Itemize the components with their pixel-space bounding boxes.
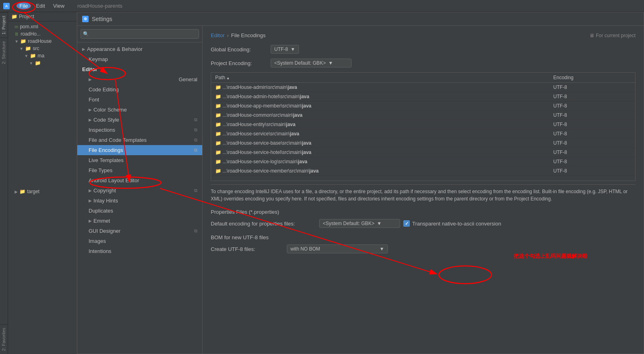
nav-item-android-layout-editor[interactable]: Android Layout Editor: [77, 175, 202, 185]
table-cell-path: 📁 ...\roadHouse-service-base\src\main\ja…: [211, 139, 549, 148]
folder-blue-icon: 📁: [215, 112, 221, 118]
transparent-checkbox-label: Transparent native-to-ascii conversion: [412, 221, 501, 227]
project-encoding-dropdown[interactable]: <System Default: GBK> ▼: [271, 59, 352, 67]
table-row[interactable]: 📁 ...\roadHouse-service-member\src\main\…: [211, 166, 635, 176]
nav-label: File Encodings: [89, 147, 123, 153]
dropdown-arrow: ▼: [328, 60, 333, 66]
nav-item-inlay-hints[interactable]: ▶ Inlay Hints: [77, 196, 202, 206]
nav-item-duplicates[interactable]: Duplicates: [77, 206, 202, 216]
for-current-project-label: For current project: [596, 33, 636, 38]
dialog-title-bar: ⚙ Settings: [77, 13, 644, 26]
table-row[interactable]: 📁 ...\roadHouse-common\src\main\java UTF…: [211, 111, 635, 120]
default-encoding-value: <System Default: GBK>: [323, 221, 374, 226]
folder-blue-icon: 📁: [215, 94, 221, 99]
bom-create-row: Create UTF-8 files: with NO BOM ▼: [211, 244, 636, 253]
settings-search-input[interactable]: [80, 29, 199, 39]
nav-item-editor[interactable]: Editor: [77, 64, 202, 74]
bom-create-label: Create UTF-8 files:: [211, 246, 284, 252]
folder-blue-icon: 📁: [215, 103, 221, 109]
pom-file-icon: m: [15, 24, 18, 29]
tree-item-label: roadHouse: [28, 38, 52, 44]
nav-item-file-encodings[interactable]: File Encodings ⧉: [77, 145, 202, 155]
nav-label: Inlay Hints: [93, 198, 118, 204]
folder-blue-icon: 📁: [215, 150, 221, 155]
nav-item-color-scheme[interactable]: ▶ Color Scheme: [77, 105, 202, 115]
table-row[interactable]: 📁 ...\roadHouse-service-base\src\main\ja…: [211, 139, 635, 148]
table-cell-path: 📁 ...\roadHouse-service-hotel\src\main\j…: [211, 148, 549, 157]
folder-icon: 📁: [20, 38, 26, 44]
transparent-checkbox-row: Transparent native-to-ascii conversion: [403, 220, 501, 227]
table-cell-path: 📁 ...\roadHouse-service-log\src\main\jav…: [211, 157, 549, 166]
properties-section: Properties Files (*.properties) Default …: [211, 209, 636, 228]
col-encoding[interactable]: Encoding: [549, 73, 635, 83]
nav-item-appearance[interactable]: ▶ Appearance & Behavior: [77, 44, 202, 54]
nav-item-file-types[interactable]: File Types: [77, 165, 202, 175]
nav-item-intentions[interactable]: Intentions: [77, 246, 202, 256]
global-encoding-dropdown[interactable]: UTF-8 ▼: [271, 45, 299, 54]
nav-item-code-style[interactable]: ▶ Code Style ⧉: [77, 115, 202, 125]
nav-arrow-general: ▶: [89, 77, 92, 82]
nav-item-font[interactable]: Font: [77, 95, 202, 105]
nav-label: Live Templates: [89, 157, 123, 163]
table-cell-encoding: UTF-8: [549, 92, 635, 101]
dialog-title: Settings: [92, 16, 112, 22]
project-encoding-row: Project Encoding: <System Default: GBK> …: [211, 59, 636, 67]
folder-blue-icon: 📁: [215, 159, 221, 164]
table-row[interactable]: 📁 ...\roadHouse-service\src\main\java UT…: [211, 129, 635, 139]
table-row[interactable]: 📁 ...\roadHouse-admin\src\main\java UTF-…: [211, 83, 635, 92]
nav-label: GUI Designer: [89, 228, 121, 234]
window-title: roadHouse-parents: [77, 3, 122, 9]
folder-blue-icon: 📁: [215, 84, 221, 90]
folder-blue-icon: 📁: [215, 131, 221, 137]
folder-icon: 📁: [35, 60, 41, 66]
tab-structure[interactable]: 2: Structure: [0, 38, 8, 67]
nav-item-emmet[interactable]: ▶ Emmet: [77, 216, 202, 226]
folder-blue-icon: 📁: [215, 122, 221, 127]
nav-item-keymap[interactable]: Keymap: [77, 54, 202, 64]
table-cell-path: 📁 ...\roadHouse-entity\src\main\java: [211, 120, 549, 129]
nav-item-code-editing[interactable]: Code Editing: [77, 84, 202, 95]
main-layout: 1: Project 2: Structure 2: Favorites 📁 P…: [0, 12, 644, 354]
nav-item-gui-designer[interactable]: GUI Designer ⧉: [77, 226, 202, 236]
nav-item-inspections[interactable]: Inspections ⧉: [77, 125, 202, 135]
table-cell-path: 📁 ...\roadHouse-service-member\src\main\…: [211, 166, 549, 176]
tab-favorites[interactable]: 2: Favorites: [0, 324, 8, 354]
nav-item-images[interactable]: Images: [77, 236, 202, 246]
bom-create-dropdown[interactable]: with NO BOM ▼: [287, 244, 388, 253]
transparent-checkbox[interactable]: [403, 220, 410, 227]
nav-label: File and Code Templates: [89, 137, 147, 143]
nav-item-file-code-templates[interactable]: File and Code Templates ⧉: [77, 135, 202, 145]
nav-arrow: ▶: [89, 118, 92, 122]
project-encoding-label: Project Encoding:: [211, 60, 267, 66]
project-encoding-value: <System Default: GBK>: [274, 60, 326, 66]
menu-view[interactable]: View: [50, 2, 68, 10]
table-row[interactable]: 📁 ...\roadHouse-service-log\src\main\jav…: [211, 157, 635, 166]
chevron-icon: ▶: [15, 190, 18, 194]
nav-item-general[interactable]: ▶ General: [77, 74, 202, 84]
nav-label: Code Editing: [89, 86, 119, 93]
default-encoding-dropdown[interactable]: <System Default: GBK> ▼: [319, 219, 400, 228]
nav-item-live-templates[interactable]: Live Templates: [77, 155, 202, 165]
table-row[interactable]: 📁 ...\roadHouse-service-hotel\src\main\j…: [211, 148, 635, 157]
folder-icon: 📁: [19, 189, 25, 194]
copy-icon: ⧉: [194, 117, 197, 122]
folder-blue-icon: 📁: [215, 168, 221, 174]
table-row[interactable]: 📁 ...\roadHouse-admin-hotel\src\main\jav…: [211, 92, 635, 101]
nav-label: Editor: [82, 66, 97, 72]
copy-icon: ⧉: [194, 137, 197, 143]
encoding-table: Path Encoding 📁 ...\roadHouse-admin\src\…: [211, 73, 635, 176]
tab-project[interactable]: 1: Project: [0, 12, 8, 38]
table-cell-encoding: UTF-8: [549, 120, 635, 129]
for-current-project-link[interactable]: 🖥 For current project: [589, 33, 636, 38]
dropdown-arrow: ▼: [377, 221, 381, 226]
bom-create-value: with NO BOM: [290, 246, 320, 252]
breadcrumb-parent[interactable]: Editor: [211, 32, 225, 38]
table-row[interactable]: 📁 ...\roadHouse-entity\src\main\java UTF…: [211, 120, 635, 129]
menu-edit[interactable]: Edit: [33, 2, 48, 10]
table-row[interactable]: 📁 ...\roadHouse-app-member\src\main\java…: [211, 101, 635, 111]
nav-item-copyright[interactable]: ▶ Copyright ⧉: [77, 185, 202, 196]
settings-content: Editor › File Encodings 🖥 For current pr…: [203, 26, 644, 354]
table-cell-encoding: UTF-8: [549, 148, 635, 157]
col-path[interactable]: Path: [211, 73, 549, 83]
menu-file[interactable]: File: [16, 2, 31, 10]
